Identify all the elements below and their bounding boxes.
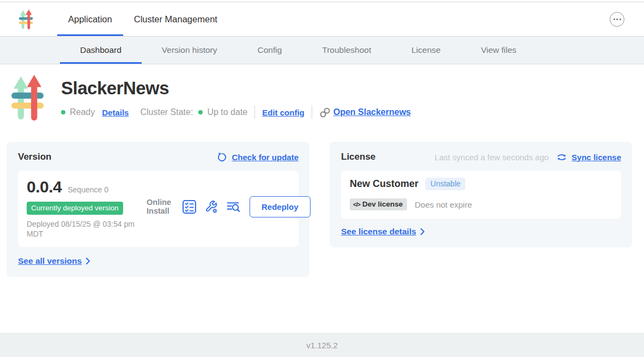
more-menu-button[interactable] [610, 12, 624, 27]
console-version: v1.125.2 [306, 341, 338, 350]
license-detail-panel: New Customer Unstable </> Dev license Do… [341, 171, 621, 219]
version-card-header: Version Check for update [18, 152, 299, 162]
license-card: License Last synced a few seconds ago Sy… [330, 142, 632, 247]
app-status-label: Ready [70, 107, 95, 117]
see-license-details-row[interactable]: See license details [341, 227, 621, 237]
tab-license-label: License [411, 45, 440, 55]
version-card-title: Version [18, 152, 51, 162]
divider [254, 106, 255, 119]
tab-troubleshoot[interactable]: Troubleshoot [302, 37, 391, 64]
tab-cluster-management-label: Cluster Management [134, 14, 217, 25]
refresh-icon [217, 152, 227, 162]
brand-logo-icon [19, 2, 33, 36]
version-actions: Online Install [147, 196, 311, 217]
tab-application-label: Application [68, 14, 112, 25]
tab-view-files-label: View files [481, 45, 517, 55]
see-all-versions-link[interactable]: See all versions [18, 256, 82, 266]
license-type-row: </> Dev license Does not expire [350, 198, 612, 210]
license-card-header: License Last synced a few seconds ago Sy… [341, 152, 621, 162]
sequence-label: Sequence 0 [68, 185, 108, 194]
ellipsis-icon [613, 19, 615, 20]
see-all-versions-row[interactable]: See all versions [18, 256, 299, 266]
top-nav-bar: Application Cluster Management [0, 2, 644, 37]
tab-config[interactable]: Config [238, 37, 302, 64]
preflight-checks-icon[interactable] [182, 199, 197, 214]
tab-config-label: Config [258, 45, 282, 55]
version-card: Version Check for update 0.0.4 Sequence … [7, 142, 309, 277]
version-number: 0.0.4 [27, 178, 62, 196]
check-for-update-link[interactable]: Check for update [232, 153, 299, 162]
page-title: SlackerNews [61, 78, 411, 99]
cluster-state-value: Up to date [207, 107, 247, 117]
chevron-right-icon [86, 257, 90, 265]
app-header-text: SlackerNews Ready Details Cluster State:… [61, 74, 411, 123]
tab-cluster-management[interactable]: Cluster Management [123, 2, 228, 36]
open-app-link-group[interactable]: Open Slackernews [319, 107, 411, 118]
tab-view-files[interactable]: View files [461, 37, 537, 64]
tab-version-history-label: Version history [162, 45, 217, 55]
view-logs-icon[interactable] [226, 199, 241, 214]
config-wrench-gear-icon[interactable] [204, 199, 218, 214]
last-synced-label: Last synced a few seconds ago [435, 153, 549, 162]
redeploy-button[interactable]: Redeploy [250, 196, 311, 217]
app-sub-nav: Dashboard Version history Config Trouble… [0, 37, 644, 64]
code-brackets-icon: </> [353, 201, 360, 208]
app-header: SlackerNews Ready Details Cluster State:… [0, 64, 644, 123]
edit-config-link[interactable]: Edit config [262, 108, 305, 117]
tab-version-history[interactable]: Version history [142, 37, 238, 64]
license-card-title: License [341, 152, 375, 162]
topnav-spacer [228, 2, 610, 36]
version-info: 0.0.4 Sequence 0 Currently deployed vers… [27, 178, 147, 239]
details-link[interactable]: Details [102, 108, 129, 117]
customer-row: New Customer Unstable [350, 178, 612, 190]
tab-dashboard-label: Dashboard [80, 45, 121, 55]
customer-name: New Customer [350, 178, 418, 190]
install-type-label: Online Install [147, 198, 175, 216]
expiration-label: Does not expire [415, 200, 472, 209]
sync-arrows-icon [556, 153, 567, 162]
tab-troubleshoot-label: Troubleshoot [322, 45, 371, 55]
dashboard-cards: Version Check for update 0.0.4 Sequence … [0, 123, 644, 277]
license-type-label: Dev license [362, 200, 403, 208]
open-app-link[interactable]: Open Slackernews [333, 107, 411, 117]
console-footer: v1.125.2 [0, 333, 644, 357]
tab-dashboard[interactable]: Dashboard [60, 37, 142, 64]
app-status-row: Ready Details Cluster State: Up to date … [61, 106, 411, 119]
chevron-right-icon [420, 228, 425, 235]
sync-license-link[interactable]: Sync license [572, 153, 621, 162]
cluster-state-dot [198, 110, 203, 114]
chain-link-icon [319, 107, 331, 118]
app-logo [11, 74, 44, 123]
license-type-badge: </> Dev license [350, 198, 407, 210]
app-status-dot [61, 110, 65, 114]
tab-license[interactable]: License [391, 37, 460, 64]
tab-application[interactable]: Application [57, 2, 123, 36]
divider [312, 106, 312, 119]
cluster-state-label: Cluster State: [140, 107, 193, 117]
currently-deployed-badge: Currently deployed version [27, 202, 123, 215]
channel-badge: Unstable [426, 178, 465, 190]
current-version-panel: 0.0.4 Sequence 0 Currently deployed vers… [18, 171, 299, 247]
deployed-timestamp: Deployed 08/15/25 @ 03:54 pm MDT [27, 219, 140, 239]
see-license-details-link[interactable]: See license details [341, 227, 416, 237]
